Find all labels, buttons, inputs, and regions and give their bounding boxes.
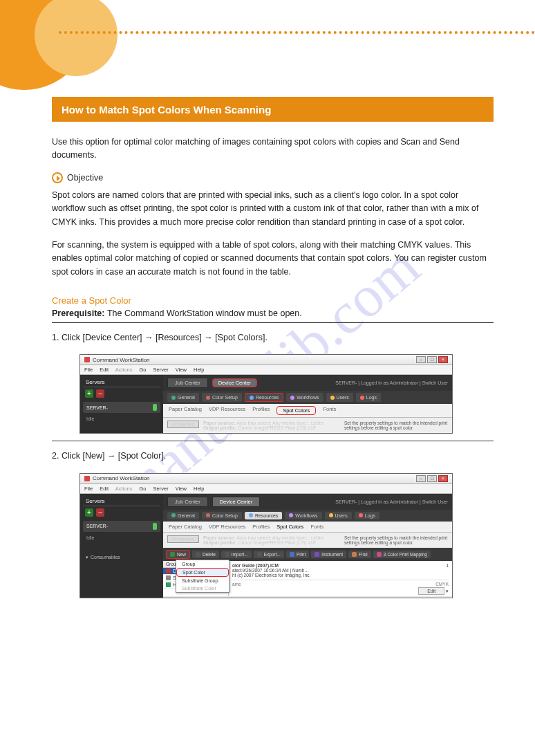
step-1: 1. Click [Device Center] → [Resources] →… [52,331,494,344]
arrow-right-icon [52,172,63,183]
subtab-profiles[interactable]: Profiles [252,406,270,415]
screenshot-1: Command WorkStation – □ × File Edit Acti… [79,354,453,434]
pane-title: olor Guide (2007).ICM [232,563,279,568]
maximize-button[interactable]: □ [427,475,437,482]
popup-spot-color[interactable]: Spot Color [176,568,229,577]
paragraph-2: For scanning, the system is equipped wit… [52,239,494,279]
menu-view[interactable]: View [176,367,187,373]
ss2-titlebar: Command WorkStation – □ × [80,474,452,484]
objective-label: Objective [67,173,103,183]
subtab-paper-catalog[interactable]: Paper Catalog [169,524,202,530]
btn-instrument[interactable]: Instrument [311,551,346,558]
remove-server-button[interactable]: – [96,389,104,398]
status-right: SERVER- | Logged in as Administrator | S… [335,380,448,385]
edit-button[interactable]: Edit [418,587,444,595]
menu-help[interactable]: Help [194,486,204,492]
nav-resources[interactable]: Resources [245,393,283,402]
nav-workflows[interactable]: Workflows [286,393,323,402]
close-button[interactable]: × [438,475,448,482]
menu-edit[interactable]: Edit [100,367,109,373]
pane-one: 1 [446,563,449,568]
menu-actions[interactable]: Actions [115,367,133,373]
add-server-button[interactable]: + [85,508,93,517]
subtab-fonts[interactable]: Fonts [323,406,336,415]
subtab-paper-catalog[interactable]: Paper Catalog [169,406,202,415]
server-item[interactable]: SERVER- [83,402,160,413]
btn-import[interactable]: Import... [221,551,252,558]
menu-server[interactable]: Server [153,486,169,492]
step-2: 2. Click [New] → [Spot Color]. [52,450,494,463]
subtab-spot-colors[interactable]: Spot Colors [276,524,303,530]
ss2-menubar[interactable]: File Edit Actions Go Server View Help [80,484,452,494]
btn-2color[interactable]: 2-Color Print Mapping [373,551,431,558]
menu-actions[interactable]: Actions [115,486,133,492]
subtab-vdp[interactable]: VDP Resources [209,524,245,530]
pane-line2: ht (c) 2007 Electronics for Imaging, Inc… [232,573,449,578]
btn-print[interactable]: Print [286,551,309,558]
menu-edit[interactable]: Edit [100,486,109,492]
nav-general[interactable]: General [167,512,199,519]
popup-group[interactable]: Group [176,560,229,568]
output-profile-label: Output profile: [203,540,237,545]
ss1-iconrow: General Color Setup Resources Workflows … [163,391,452,404]
menu-file[interactable]: File [84,486,93,492]
ss1-properties: Properties Paper source: Auto tray selec… [163,418,452,433]
prereq-label: Prerequisite: [52,308,107,318]
ss2-iconrow: General Color Setup Resources Workflows … [163,510,452,522]
ss1-menubar[interactable]: File Edit Actions Go Server View Help [80,365,452,375]
nav-workflows[interactable]: Workflows [285,512,321,519]
properties-hint: Set the property settings to match the i… [344,421,448,430]
server-item[interactable]: SERVER- [83,521,160,532]
maximize-button[interactable]: □ [427,356,437,363]
properties-button[interactable]: Properties [167,421,199,428]
ss2-subtabs: Paper Catalog VDP Resources Profiles Spo… [163,522,452,533]
menu-help[interactable]: Help [194,367,204,373]
nav-color-setup[interactable]: Color Setup [202,512,242,519]
app-icon [84,357,90,362]
nav-users[interactable]: Users [326,393,353,402]
nav-logs[interactable]: Logs [356,393,381,402]
tab-device-center[interactable]: Device Center [212,378,258,387]
properties-button[interactable]: Properties [167,535,199,543]
menu-view[interactable]: View [176,486,187,492]
paper-source-label: Paper source: [203,535,236,540]
btn-export[interactable]: Export... [254,551,284,558]
btn-new[interactable]: New [166,550,190,559]
sidebar-header: Servers [83,497,160,506]
nav-general[interactable]: General [167,393,199,402]
minimize-button[interactable]: – [416,356,426,363]
app-icon [84,476,90,481]
output-profile-label: Output profile: [203,425,237,430]
intro-paragraph: Use this option for optimal color matchi… [52,136,494,163]
menu-go[interactable]: Go [140,367,147,373]
menu-server[interactable]: Server [153,367,169,373]
menu-file[interactable]: File [84,367,93,373]
ss2-properties: Properties Paper source: Auto tray selec… [163,533,452,548]
nav-resources[interactable]: Resources [245,512,282,519]
add-server-button[interactable]: + [85,389,93,398]
separator-1 [52,322,494,323]
menu-go[interactable]: Go [140,486,147,492]
sidebar-header: Servers [83,378,160,387]
server-label: SERVER- [86,405,108,410]
tab-job-center[interactable]: Job Center [167,378,208,388]
btn-find[interactable]: Find [348,551,371,558]
popup-sub-color[interactable]: Substitute Color [176,584,229,592]
close-button[interactable]: × [438,356,448,363]
tab-device-center[interactable]: Device Center [212,497,261,507]
minimize-button[interactable]: – [416,475,426,482]
nav-logs[interactable]: Logs [355,512,379,519]
section-create-title: Create a Spot Color [52,295,494,306]
tab-job-center[interactable]: Job Center [167,497,208,507]
nav-color-setup[interactable]: Color Setup [202,393,242,402]
nav-users[interactable]: Users [325,512,352,519]
remove-server-button[interactable]: – [96,508,104,517]
subtab-profiles[interactable]: Profiles [252,524,270,530]
subtab-spot-colors[interactable]: Spot Colors [276,406,316,415]
btn-delete[interactable]: Delete [192,551,219,558]
popup-sub-group[interactable]: Substitute Group [176,577,229,584]
ss2-title: Command WorkStation [93,475,150,481]
sidebar-consumables[interactable]: ▾ Consumables [83,554,160,561]
subtab-vdp[interactable]: VDP Resources [209,406,245,415]
subtab-fonts[interactable]: Fonts [310,524,323,530]
